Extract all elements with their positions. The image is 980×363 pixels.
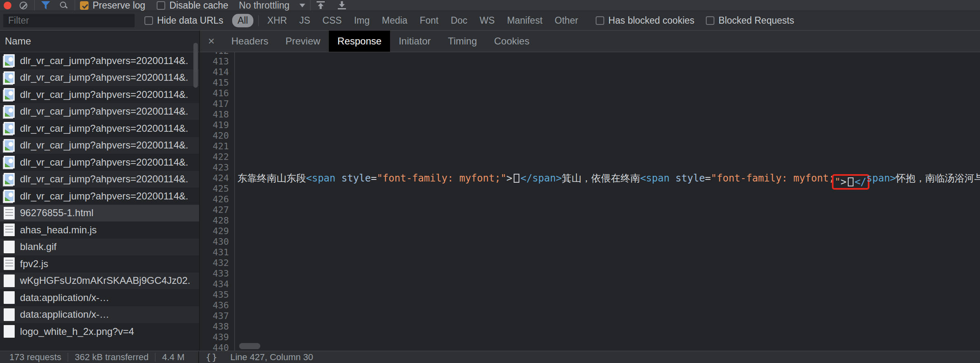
import-har-button[interactable]: [315, 0, 326, 10]
request-row[interactable]: dlr_vr_car_jump?ahpvers=20200114&.: [0, 86, 199, 103]
filter-pill-doc[interactable]: Doc: [446, 14, 473, 27]
request-row[interactable]: dlr_vr_car_jump?ahpvers=20200114&.: [0, 103, 199, 120]
summary-divider: [68, 353, 68, 362]
pretty-print-button[interactable]: {}: [206, 352, 218, 362]
request-row[interactable]: data:application/x-…: [0, 306, 199, 323]
request-row[interactable]: dlr_vr_car_jump?ahpvers=20200114&.: [0, 171, 199, 188]
request-row[interactable]: data:application/x-…: [0, 289, 199, 306]
cursor-position: Line 427, Column 30: [231, 352, 313, 363]
tab-initiator[interactable]: Initiator: [390, 31, 439, 52]
devtools-network-panel: Preserve log Disable cache No throttling: [0, 0, 980, 363]
funnel-icon: [41, 1, 50, 9]
network-toolbar: Preserve log Disable cache No throttling: [0, 0, 980, 11]
clear-icon: [20, 2, 27, 9]
network-summary: 173 requests362 kB transferred4.4 M: [0, 351, 199, 363]
filter-pill-other[interactable]: Other: [550, 14, 584, 27]
request-row[interactable]: dlr_vr_car_jump?ahpvers=20200114&.: [0, 188, 199, 205]
filter-input[interactable]: [3, 14, 135, 27]
throttling-dropdown[interactable]: No throttling: [239, 0, 305, 11]
status-bar: 173 requests362 kB transferred4.4 M {} L…: [0, 351, 980, 363]
request-row[interactable]: fpv2.js: [0, 255, 199, 272]
request-row[interactable]: logo_white_h_2x.png?v=4: [0, 323, 199, 340]
code-token: "font-family: myfont;": [377, 173, 506, 184]
search-icon: [60, 1, 68, 9]
request-row[interactable]: dlr_vr_car_jump?ahpvers=20200114&.: [0, 137, 199, 154]
request-list: dlr_vr_car_jump?ahpvers=20200114&.dlr_vr…: [0, 52, 199, 350]
import-har-icon: [315, 0, 326, 10]
request-row[interactable]: 96276855-1.html: [0, 205, 199, 222]
code-line: [235, 226, 980, 237]
code-line: [235, 279, 980, 290]
code-token: span>: [867, 173, 896, 184]
code-line: [235, 237, 980, 247]
line-number: 436: [200, 300, 234, 311]
name-column-header[interactable]: Name: [0, 31, 199, 52]
filter-pill-font[interactable]: Font: [415, 14, 444, 27]
line-number-gutter: 4124134144154164174184194204214224234244…: [200, 52, 235, 351]
request-row[interactable]: blank.gif: [0, 239, 199, 256]
code-token: =: [705, 173, 711, 184]
generic-file-icon: [4, 274, 15, 287]
blocked-requests-checkbox[interactable]: [706, 16, 714, 25]
request-row[interactable]: wKgHGFsUz0mAKrSKAABj9GC4Jz02.: [0, 272, 199, 290]
code-line: [235, 77, 980, 88]
filter-pill-js[interactable]: JS: [294, 14, 315, 27]
line-number: 433: [200, 268, 234, 279]
tab-preview[interactable]: Preview: [277, 31, 329, 52]
request-name: dlr_vr_car_jump?ahpvers=20200114&.: [20, 55, 188, 66]
toolbar-divider: [310, 0, 310, 11]
line-number: 431: [200, 247, 234, 258]
filter-pill-ws[interactable]: WS: [474, 14, 500, 27]
line-number: 414: [200, 67, 234, 77]
request-row[interactable]: dlr_vr_car_jump?ahpvers=20200114&.: [0, 69, 199, 86]
line-number: 439: [200, 332, 234, 343]
request-row[interactable]: dlr_vr_car_jump?ahpvers=20200114&.: [0, 120, 199, 137]
filter-pill-css[interactable]: CSS: [317, 14, 347, 27]
code-line: [235, 120, 980, 131]
export-har-button[interactable]: [337, 0, 347, 10]
line-number: 426: [200, 194, 234, 205]
summary-item: 362 kB transferred: [75, 352, 149, 363]
record-button[interactable]: [4, 2, 11, 9]
search-button[interactable]: [58, 0, 70, 11]
has-blocked-cookies-checkbox[interactable]: [596, 16, 604, 25]
editor-horizontal-scrollbar-thumb[interactable]: [239, 343, 260, 349]
code-line: [235, 99, 980, 109]
tab-response[interactable]: Response: [329, 31, 390, 52]
request-row[interactable]: dlr_vr_car_jump?ahpvers=20200114&.: [0, 52, 199, 69]
request-name: 96276855-1.html: [20, 207, 93, 219]
filter-pill-all[interactable]: All: [232, 14, 253, 27]
filter-pill-media[interactable]: Media: [377, 14, 413, 27]
image-file-icon: [4, 54, 15, 67]
code-token: "font-family: myfont;: [711, 173, 834, 184]
tab-cookies[interactable]: Cookies: [486, 31, 538, 52]
preserve-log-label: Preserve log: [93, 0, 145, 11]
hide-data-urls-checkbox[interactable]: [144, 16, 153, 25]
code-token: ": [835, 176, 840, 188]
close-detail-button[interactable]: ×: [200, 31, 223, 52]
tab-timing[interactable]: Timing: [439, 31, 486, 52]
request-row[interactable]: dlr_vr_car_jump?ahpvers=20200114&.: [0, 154, 199, 171]
tab-headers[interactable]: Headers: [223, 31, 277, 52]
filter-pill-img[interactable]: Img: [349, 14, 375, 27]
document-file-icon: [4, 224, 15, 236]
line-number: 418: [200, 109, 234, 120]
filter-pill-xhr[interactable]: XHR: [262, 14, 293, 27]
code-token: 东靠终南山东段: [237, 173, 306, 184]
response-editor: 4124134144154164174184194204214224234244…: [200, 52, 980, 351]
line-number: 429: [200, 226, 234, 237]
code-line: 东靠终南山东段<span style="font-family: myfont;…: [235, 173, 980, 184]
code-line: [235, 67, 980, 77]
disable-cache-checkbox[interactable]: [157, 1, 165, 10]
request-row[interactable]: ahas_head.min.js: [0, 221, 199, 239]
clear-button[interactable]: [17, 0, 29, 11]
response-code-area[interactable]: 东靠终南山东段<span style="font-family: myfont;…: [235, 52, 980, 351]
sidebar-scrollbar-thumb[interactable]: [193, 43, 198, 88]
line-number: 430: [200, 237, 234, 247]
preserve-log-checkbox[interactable]: [80, 1, 89, 10]
code-line: [235, 88, 980, 99]
filter-pill-manifest[interactable]: Manifest: [502, 14, 548, 27]
code-line: [235, 152, 980, 162]
filter-toggle-button[interactable]: [40, 0, 52, 11]
line-number: 416: [200, 88, 234, 99]
